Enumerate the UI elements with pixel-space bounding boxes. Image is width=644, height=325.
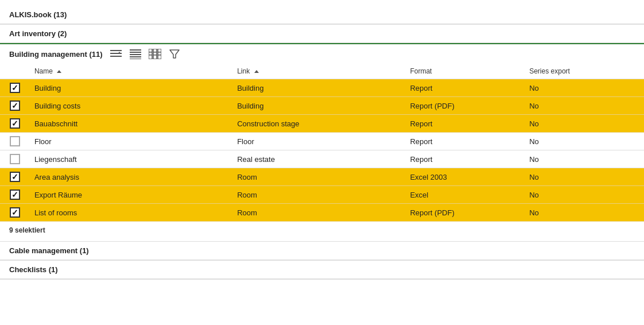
- row-link: Real estate: [232, 150, 405, 168]
- row-format: Report: [405, 150, 525, 168]
- building-table: Name Link Format Series export: [0, 64, 644, 222]
- row-format: Report (PDF): [405, 97, 525, 115]
- checkbox-cell[interactable]: ✓: [0, 79, 30, 97]
- row-link: Floor: [232, 133, 405, 150]
- svg-rect-6: [130, 54, 141, 55]
- table-row: LiegenschaftReal estateReportNo: [0, 150, 644, 168]
- row-name: Building: [30, 79, 232, 97]
- row-name: Export Räume: [30, 186, 232, 204]
- row-format: Report (PDF): [405, 204, 525, 222]
- row-name: List of rooms: [30, 204, 232, 222]
- checkbox-cell[interactable]: ✓: [0, 115, 30, 133]
- row-series: No: [525, 115, 644, 133]
- filter-list-icon[interactable]: [110, 48, 122, 60]
- row-format: Excel: [405, 186, 525, 204]
- row-format: Report: [405, 133, 525, 150]
- row-link: Construction stage: [232, 115, 405, 133]
- section-art[interactable]: Art inventory (2): [0, 25, 644, 43]
- col-header-format: Format: [405, 64, 525, 79]
- row-series: No: [525, 150, 644, 168]
- checkbox-unchecked[interactable]: [10, 154, 20, 164]
- checkbox-cell[interactable]: ✓: [0, 97, 30, 115]
- checkbox-cell[interactable]: ✓: [0, 204, 30, 222]
- checkbox-cell[interactable]: ✓: [0, 186, 30, 204]
- checkbox-checked[interactable]: ✓: [10, 189, 20, 200]
- row-series: No: [525, 186, 644, 204]
- checkbox-checked[interactable]: ✓: [10, 100, 20, 111]
- svg-rect-10: [153, 49, 157, 59]
- main-container: ALKIS.book (13) Art inventory (2) Buildi…: [0, 0, 644, 325]
- table-row: ✓Area analysisRoomExcel 2003No: [0, 168, 644, 186]
- row-link: Building: [232, 97, 405, 115]
- checkbox-cell[interactable]: [0, 150, 30, 168]
- col-header-series: Series export: [525, 64, 644, 79]
- checkbox-unchecked[interactable]: [10, 136, 20, 146]
- table-row: ✓List of roomsRoomReport (PDF)No: [0, 204, 644, 222]
- svg-rect-16: [153, 55, 157, 56]
- status-bar: 9 selektiert: [0, 222, 644, 239]
- row-link: Room: [232, 204, 405, 222]
- row-series: No: [525, 79, 644, 97]
- row-name: Area analysis: [30, 168, 232, 186]
- col-header-check: [0, 64, 30, 79]
- row-link: Room: [232, 186, 405, 204]
- checkbox-cell[interactable]: [0, 133, 30, 150]
- section-cable[interactable]: Cable management (1): [0, 242, 644, 260]
- svg-rect-15: [149, 55, 152, 56]
- table-row: ✓BauabschnittConstruction stageReportNo: [0, 115, 644, 133]
- row-series: No: [525, 168, 644, 186]
- table-row: ✓BuildingBuildingReportNo: [0, 79, 644, 97]
- section-alkis[interactable]: ALKIS.book (13): [0, 6, 644, 24]
- checkbox-checked[interactable]: ✓: [10, 83, 20, 93]
- svg-rect-13: [153, 52, 157, 53]
- svg-rect-9: [149, 49, 152, 59]
- table-row: ✓Export RäumeRoomExcelNo: [0, 186, 644, 204]
- row-name: Bauabschnitt: [30, 115, 232, 133]
- row-name: Floor: [30, 133, 232, 150]
- svg-rect-7: [130, 56, 141, 57]
- section-building-label: Building management (11): [9, 50, 103, 59]
- row-name: Building costs: [30, 97, 232, 115]
- row-series: No: [525, 133, 644, 150]
- svg-rect-17: [158, 55, 161, 56]
- table-header-row: Name Link Format Series export: [0, 64, 644, 79]
- section-checklists[interactable]: Checklists (1): [0, 261, 644, 279]
- row-link: Room: [232, 168, 405, 186]
- row-format: Report: [405, 115, 525, 133]
- svg-rect-4: [130, 49, 141, 51]
- svg-rect-8: [130, 59, 141, 59]
- svg-rect-0: [110, 50, 122, 51]
- table-row: ✓Building costsBuildingReport (PDF)No: [0, 97, 644, 115]
- row-series: No: [525, 97, 644, 115]
- svg-rect-2: [110, 56, 122, 57]
- list-view-icon[interactable]: [129, 48, 142, 60]
- table-row: FloorFloorReportNo: [0, 133, 644, 150]
- checkbox-checked[interactable]: ✓: [10, 172, 20, 182]
- svg-marker-18: [170, 50, 179, 58]
- svg-rect-5: [130, 52, 141, 53]
- checkbox-checked[interactable]: ✓: [10, 207, 20, 218]
- row-series: No: [525, 204, 644, 222]
- svg-rect-11: [158, 49, 161, 59]
- checkbox-cell[interactable]: ✓: [0, 168, 30, 186]
- svg-rect-14: [158, 52, 161, 53]
- row-format: Report: [405, 79, 525, 97]
- link-sort-arrow: [254, 70, 259, 73]
- funnel-icon[interactable]: [168, 48, 181, 60]
- name-sort-arrow: [57, 70, 61, 73]
- col-header-link[interactable]: Link: [232, 64, 405, 79]
- columns-icon[interactable]: [149, 48, 161, 60]
- row-format: Excel 2003: [405, 168, 525, 186]
- checkbox-checked[interactable]: ✓: [10, 118, 20, 129]
- col-header-name[interactable]: Name: [30, 64, 232, 79]
- section-building: Building management (11): [0, 44, 644, 239]
- row-link: Building: [232, 79, 405, 97]
- row-name: Liegenschaft: [30, 150, 232, 168]
- svg-rect-12: [149, 52, 152, 53]
